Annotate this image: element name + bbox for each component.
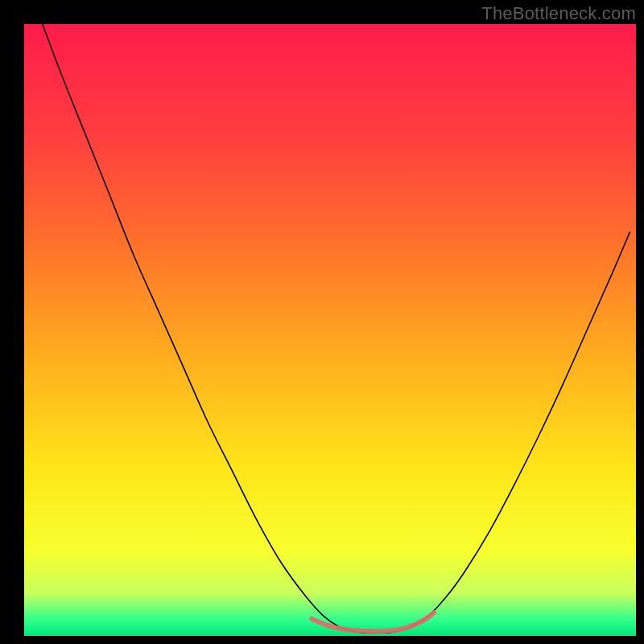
chart-gradient-background bbox=[24, 24, 636, 636]
watermark-text: TheBottleneck.com bbox=[481, 3, 636, 24]
bottleneck-chart bbox=[0, 0, 644, 644]
chart-frame: TheBottleneck.com bbox=[0, 0, 644, 644]
